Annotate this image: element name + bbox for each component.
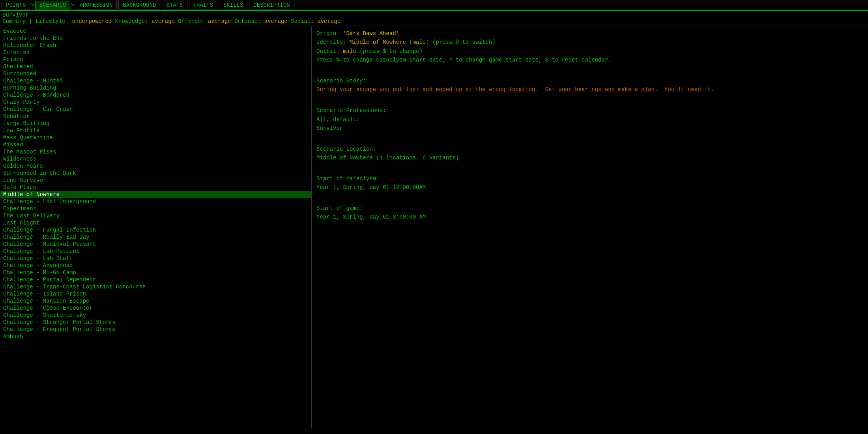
press-pct-text: Press % to change cataclysm start date, … — [316, 57, 612, 63]
list-item[interactable]: Friends to the End — [0, 35, 311, 42]
game-start-header: Start of game: — [316, 204, 863, 213]
list-item[interactable]: Challenge - Trans-Coast Logistics Concou… — [0, 283, 311, 290]
list-item[interactable]: Burning Building — [0, 84, 311, 92]
offense-val: average — [208, 18, 231, 24]
list-item[interactable]: Experiment — [0, 205, 311, 212]
identity-gender: male — [413, 39, 426, 45]
list-item[interactable]: Lone Survivor — [0, 177, 311, 184]
list-item[interactable]: Squatter — [0, 113, 311, 120]
list-item[interactable]: Challenge - Abandoned — [0, 262, 311, 269]
story-text: During your escape you got lost and ende… — [316, 85, 829, 94]
list-item[interactable]: Challenge - Portal Dependent — [0, 276, 311, 283]
list-item[interactable]: Challenge - Close Encounter — [0, 305, 311, 312]
list-item[interactable]: Mass Quarantine — [0, 134, 311, 141]
list-item[interactable]: Surrounded — [0, 70, 311, 77]
nav-tab-scenario[interactable]: SCENARIO — [35, 1, 70, 9]
list-item[interactable]: The Last Delivery — [0, 212, 311, 219]
list-item[interactable]: Challenge - Mansion Escape — [0, 297, 311, 305]
lifestyle-val: underpowered — [72, 18, 112, 24]
list-item[interactable]: Safe Place — [0, 184, 311, 191]
list-item[interactable]: Challenge - Really Bad Day — [0, 234, 311, 241]
game-start-val: Year 1, Spring, day 61 8:00:00 AM — [316, 213, 863, 221]
summary-bar: Survivor Summary | Lifestyle: underpower… — [0, 11, 868, 26]
knowledge-val: average — [152, 18, 175, 24]
list-item[interactable]: Large Building — [0, 120, 311, 127]
origin-label: Origin: — [316, 30, 343, 37]
list-item[interactable]: Challenge - Mi-Go Camp — [0, 269, 311, 276]
defense-val: average — [264, 18, 288, 24]
list-item[interactable]: Wilderness — [0, 155, 311, 163]
list-item[interactable]: Challenge - Medieval Peasant — [0, 241, 311, 248]
summary-prefix: Summary | Lifestyle: — [2, 18, 72, 24]
nav-tab-stats[interactable]: STATS — [162, 1, 187, 9]
list-item[interactable]: Challenge - Shattered sky — [0, 312, 311, 319]
outfit-val: male — [343, 48, 356, 54]
list-item[interactable]: Challenge - Island Prison — [0, 290, 311, 297]
social-label: Social: — [291, 18, 317, 24]
list-item[interactable]: The Mascot Rises — [0, 148, 311, 155]
origin-val: 'Dark Days Ahead' — [343, 30, 399, 37]
nav-tab-skills[interactable]: SKILLS — [219, 1, 247, 9]
list-item[interactable]: Ambush — [0, 333, 311, 340]
list-item[interactable]: Middle of Nowhere — [0, 191, 311, 198]
list-item[interactable]: Challenge - Bordered — [0, 92, 311, 99]
professions-survivor: Survivor — [316, 124, 863, 133]
list-item[interactable]: Infected — [0, 49, 311, 56]
nav-tab-profession[interactable]: PROFESSION — [75, 1, 117, 9]
offense-label: Offense: — [178, 18, 208, 24]
list-item[interactable]: Missed — [0, 141, 311, 148]
identity-note: (press @ to switch) — [432, 39, 496, 45]
nav-bar: POINTS > SCENARIO > PROFESSION BACKGROUN… — [0, 0, 868, 11]
defense-label: Defense: — [234, 18, 264, 24]
list-item[interactable]: Low Profile — [0, 127, 311, 134]
scenario-list[interactable]: EvacueeFriends to the EndHelicopter Cras… — [0, 26, 312, 428]
social-val: average — [317, 18, 340, 24]
professions-header: Scenario Professions: — [316, 106, 863, 115]
story-header: Scenario Story: — [316, 77, 863, 85]
nav-tab-description[interactable]: DESCRIPTION — [249, 1, 294, 9]
professions-val: All, default: — [316, 115, 863, 124]
list-item[interactable]: Challenge - Fungal Infection — [0, 226, 311, 234]
outfit-label: Outfit: — [316, 48, 343, 54]
list-item[interactable]: Prison — [0, 56, 311, 63]
identity-name: Middle of Nowhere — [350, 39, 406, 45]
location-header: Scenario Location: — [316, 145, 863, 153]
survivor-title: Survivor — [2, 12, 29, 18]
nav-tab-background[interactable]: BACKGROUND — [118, 1, 160, 9]
nav-tab-points[interactable]: POINTS — [2, 1, 30, 9]
cataclysm-val: Year 1, Spring, day 61 12:00:00AM — [316, 183, 863, 192]
identity-label: Identity: — [316, 39, 350, 45]
list-item[interactable]: Challenge - Frequent Portal Storms — [0, 326, 311, 333]
list-item[interactable]: Helicopter Crash — [0, 42, 311, 49]
list-item[interactable]: Challenge - Lab Staff — [0, 255, 311, 262]
list-item[interactable]: Sheltered — [0, 63, 311, 70]
knowledge-label: Knowledge: — [115, 18, 152, 24]
nav-tab-traits[interactable]: TRAITS — [189, 1, 217, 9]
list-item[interactable]: Crazy Party — [0, 99, 311, 106]
outfit-note: (press $ to change) — [359, 48, 423, 54]
location-val: Middle of Nowhere (1 locations, 6 varian… — [316, 153, 863, 162]
list-item[interactable]: Last Flight — [0, 219, 311, 226]
list-item[interactable]: Challenge - Hunted — [0, 77, 311, 84]
list-item[interactable]: Evacuee — [0, 28, 311, 35]
list-item[interactable]: Challenge - Stronger Portal Storms — [0, 319, 311, 326]
list-item[interactable]: Challenge - Lost Underground — [0, 198, 311, 205]
list-item[interactable]: Challenge - Lab Patient — [0, 248, 311, 255]
list-item[interactable]: Golden Years — [0, 163, 311, 170]
detail-panel: Origin: 'Dark Days Ahead' Identity: Midd… — [312, 26, 868, 428]
list-item[interactable]: Surrounded in the Dark — [0, 170, 311, 177]
list-item[interactable]: Challenge - Car Crash — [0, 106, 311, 113]
cataclysm-header: Start of cataclysm: — [316, 174, 863, 183]
